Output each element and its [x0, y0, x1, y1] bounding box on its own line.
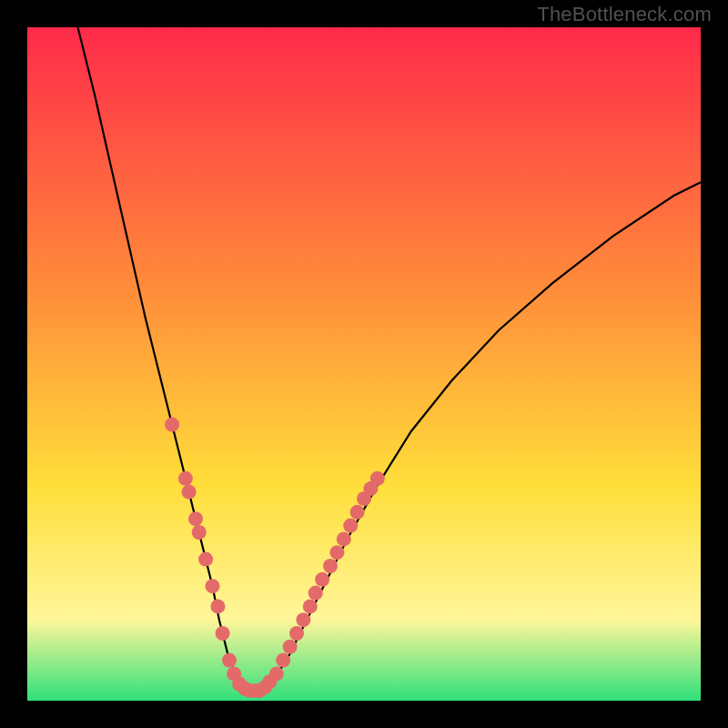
- data-dot: [269, 666, 284, 681]
- data-dot: [323, 559, 338, 573]
- data-dot: [303, 599, 318, 613]
- data-dot: [350, 505, 365, 520]
- data-dot: [192, 525, 207, 540]
- data-dot: [210, 599, 225, 613]
- data-dot: [329, 545, 344, 560]
- watermark-text: TheBottleneck.com: [537, 3, 712, 26]
- data-dot: [216, 626, 230, 641]
- data-dot: [289, 626, 304, 641]
- chart-svg: [27, 27, 701, 701]
- data-dot: [343, 519, 358, 533]
- data-dot: [276, 653, 290, 668]
- data-dot: [337, 531, 351, 546]
- data-dot: [206, 579, 220, 593]
- plot-area: [27, 27, 701, 701]
- data-dot: [165, 418, 179, 432]
- data-dot: [222, 653, 237, 668]
- gradient-background: [27, 27, 701, 701]
- data-dot: [296, 612, 310, 627]
- data-dot: [188, 511, 203, 526]
- data-dot: [198, 552, 213, 567]
- data-dot: [315, 572, 329, 587]
- data-dot: [370, 471, 385, 486]
- data-dot: [182, 485, 197, 500]
- chart-frame: TheBottleneck.com: [0, 0, 728, 728]
- data-dot: [283, 640, 298, 654]
- data-dot: [178, 471, 193, 486]
- data-dot: [308, 586, 323, 601]
